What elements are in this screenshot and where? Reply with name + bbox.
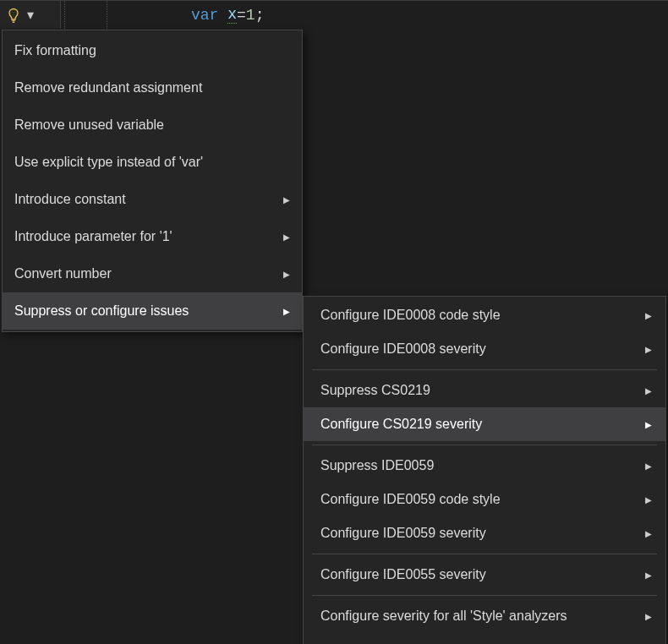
suppress-configure-item[interactable]: Configure CS0219 severity▶	[304, 407, 665, 441]
submenu-arrow-icon: ▶	[645, 311, 652, 320]
submenu-arrow-icon: ▶	[645, 420, 652, 429]
menu-item-label: Remove unused variable	[14, 117, 164, 133]
submenu-arrow-icon: ▶	[283, 270, 290, 279]
submenu-arrow-icon: ▶	[645, 495, 652, 505]
lightbulb-icon	[5, 7, 22, 24]
quick-action-item[interactable]: Fix formatting	[3, 32, 302, 69]
menu-item-label: Remove redundant assignment	[14, 80, 202, 96]
submenu-arrow-icon: ▶	[283, 195, 290, 205]
submenu-arrow-icon: ▶	[645, 461, 652, 471]
suppress-configure-item[interactable]: Configure IDE0059 severity▶	[304, 516, 665, 550]
menu-separator	[312, 595, 657, 596]
menu-item-label: Configure IDE0008 severity	[320, 341, 486, 357]
quick-actions-menu: Fix formattingRemove redundant assignmen…	[2, 30, 303, 332]
menu-item-label: Use explicit type instead of 'var'	[14, 155, 203, 170]
menu-separator	[312, 369, 657, 370]
suppress-configure-item[interactable]: Configure IDE0059 code style▶	[304, 483, 665, 516]
quick-action-item[interactable]: Introduce parameter for '1'▶	[3, 218, 302, 255]
menu-item-label: Suppress CS0219	[320, 383, 430, 398]
chevron-down-icon: ▾	[27, 7, 34, 23]
menu-item-label: Configure IDE0055 severity	[320, 567, 486, 582]
submenu-arrow-icon: ▶	[645, 345, 652, 354]
code-token-number: 1	[246, 7, 255, 24]
menu-separator	[312, 445, 657, 445]
menu-item-label: Convert number	[14, 266, 112, 281]
quick-action-item[interactable]: Use explicit type instead of 'var'	[3, 144, 302, 181]
quick-action-item[interactable]: Introduce constant▶	[3, 181, 302, 218]
code-token-operator: =	[237, 7, 246, 24]
suppress-configure-item[interactable]: Suppress CS0219▶	[304, 374, 665, 407]
suppress-configure-item[interactable]: Configure severity for all analyzers▶	[304, 633, 665, 644]
submenu-arrow-icon: ▶	[283, 232, 290, 242]
quick-action-item[interactable]: Remove redundant assignment	[3, 69, 302, 106]
code-token-keyword: var	[191, 7, 218, 24]
indent-guide	[107, 1, 107, 29]
submenu-arrow-icon: ▶	[645, 529, 652, 538]
suppress-configure-submenu: Configure IDE0008 code style▶Configure I…	[303, 296, 666, 644]
quick-action-item[interactable]: Remove unused variable	[3, 106, 302, 144]
submenu-arrow-icon: ▶	[645, 386, 652, 396]
menu-item-label: Configure IDE0008 code style	[320, 308, 501, 323]
submenu-arrow-icon: ▶	[645, 570, 652, 580]
lightbulb-gutter[interactable]: ▾	[0, 0, 61, 29]
menu-item-label: Configure severity for all 'Style' analy…	[320, 609, 567, 624]
quick-action-item[interactable]: Convert number▶	[3, 255, 302, 292]
menu-item-label: Configure IDE0059 severity	[320, 526, 486, 541]
menu-item-label: Configure IDE0059 code style	[320, 492, 501, 507]
indent-guide	[64, 1, 65, 29]
suppress-configure-item[interactable]: Configure IDE0008 code style▶	[304, 298, 665, 332]
code-token-punct: ;	[255, 7, 265, 24]
suppress-configure-item[interactable]: Suppress IDE0059▶	[304, 449, 665, 483]
suppress-configure-item[interactable]: Configure IDE0008 severity▶	[304, 332, 665, 366]
menu-item-label: Introduce parameter for '1'	[14, 229, 172, 244]
suppress-configure-item[interactable]: Configure IDE0055 severity▶	[304, 558, 665, 592]
code-token-identifier: x	[227, 6, 237, 24]
quick-action-item[interactable]: Suppress or configure issues▶	[3, 292, 302, 330]
menu-item-label: Suppress or configure issues	[14, 303, 189, 319]
code-editor-line[interactable]: var x = 1 ;	[61, 0, 668, 29]
menu-separator	[312, 554, 657, 554]
menu-item-label: Fix formatting	[14, 43, 96, 58]
menu-item-label: Configure CS0219 severity	[320, 417, 482, 432]
suppress-configure-item[interactable]: Configure severity for all 'Style' analy…	[304, 599, 665, 633]
submenu-arrow-icon: ▶	[283, 307, 290, 316]
menu-item-label: Suppress IDE0059	[320, 458, 434, 473]
editor-strip: ▾ var x = 1 ;	[0, 0, 668, 29]
menu-item-label: Introduce constant	[14, 192, 126, 207]
submenu-arrow-icon: ▶	[645, 612, 652, 621]
